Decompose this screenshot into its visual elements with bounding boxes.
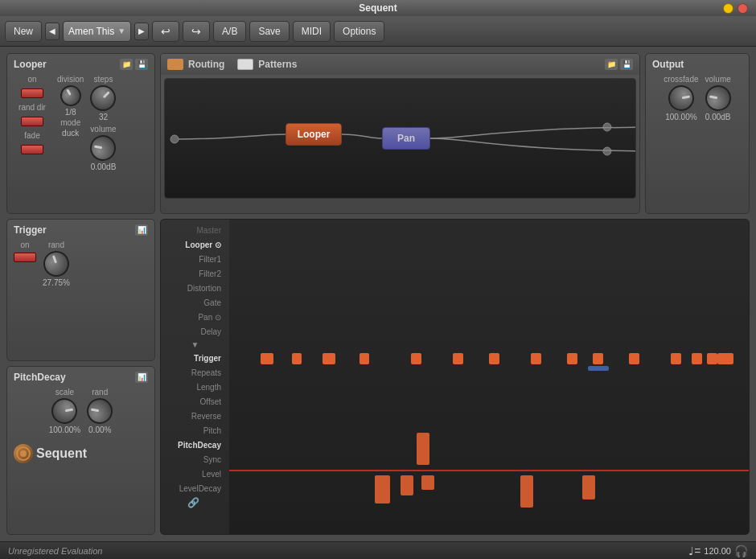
pitchdecay-rand-control: rand 0.00% [87, 388, 113, 434]
brand-name: Sequent [36, 446, 87, 461]
looper-on-button[interactable] [21, 88, 43, 98]
looper-panel: Looper 📁 💾 on rand dir fade [6, 53, 155, 214]
trigger-bar-13 [692, 353, 702, 364]
trigger-chart-icon[interactable]: 📊 [135, 224, 148, 236]
routing-tab[interactable]: Routing [167, 59, 224, 70]
trigger-bar-10 [593, 353, 603, 364]
routing-folder-icon[interactable]: 📁 [605, 59, 618, 70]
trigger-rand-knob[interactable] [39, 247, 72, 280]
seq-label-trigger[interactable]: Trigger [164, 351, 226, 365]
seq-label-repeats[interactable]: Repeats [164, 365, 226, 380]
seq-label-pan[interactable]: Pan ⊙ [164, 310, 226, 324]
minimize-button[interactable] [723, 3, 733, 14]
looper-save-icon[interactable]: 💾 [135, 59, 148, 70]
sequencer-panel: Master Looper ⊙ Filter1 Filter2 Distorti… [160, 219, 750, 535]
seq-label-offset[interactable]: Offset [164, 394, 226, 409]
pitchdecay-scale-label: scale [55, 388, 74, 397]
seq-label-looper[interactable]: Looper ⊙ [164, 237, 226, 252]
svg-rect-7 [229, 220, 749, 534]
looper-volume-label: volume [90, 125, 116, 134]
seq-label-pitchdecay[interactable]: PitchDecay [164, 438, 226, 452]
new-button[interactable]: New [5, 21, 42, 42]
ab-button[interactable]: A/B [213, 21, 246, 42]
options-button[interactable]: Options [334, 21, 384, 42]
crossfade-knob[interactable] [666, 83, 696, 113]
close-button[interactable] [738, 3, 748, 14]
pitch-line [229, 470, 749, 471]
bottom-row: Trigger 📊 on rand 27.75% [6, 219, 750, 535]
metronome-icon: ♩= [688, 545, 701, 557]
trigger-on-col: on [14, 240, 36, 262]
trigger-panel: Trigger 📊 on rand 27.75% [6, 219, 155, 361]
sequent-logo-icon [16, 446, 31, 461]
trigger-bar-2 [292, 353, 302, 364]
svg-point-0 [171, 135, 179, 143]
pan-routing-node[interactable]: Pan [382, 127, 430, 150]
bpm-value[interactable]: 120.00 [704, 546, 731, 556]
preset-name: Amen This [68, 26, 114, 37]
output-volume-value: 0.00dB [705, 113, 731, 121]
redo-button[interactable]: ↪ [183, 21, 210, 42]
division-knob[interactable] [56, 81, 85, 110]
pitchdecay-scale-value: 100.00% [49, 425, 80, 434]
seq-label-master: Master [164, 223, 226, 237]
trigger-bar-7 [489, 353, 499, 364]
looper-volume-control: volume 0.00dB [90, 125, 116, 171]
status-bar: Unregistered Evaluation ♩= 120.00 🎧 [0, 541, 756, 559]
trigger-bar-8 [531, 353, 541, 364]
prev-preset-button[interactable]: ◀ [45, 23, 60, 40]
looper-folder-icon[interactable]: 📁 [120, 59, 133, 70]
svg-point-4 [20, 450, 27, 457]
seq-label-leveldecay[interactable]: LevelDecay [164, 481, 226, 495]
trigger-bar-3 [323, 353, 335, 364]
pitchdecay-rand-knob[interactable] [85, 397, 115, 426]
looper-rand-dir-button[interactable] [21, 117, 43, 126]
seq-label-gate[interactable]: Gate [164, 295, 226, 310]
steps-value: 32 [99, 113, 108, 121]
seq-label-filter2[interactable]: Filter2 [164, 266, 226, 281]
seq-label-level[interactable]: Level [164, 467, 226, 481]
headphone-icon: 🎧 [734, 545, 748, 557]
seq-label-filter1[interactable]: Filter1 [164, 252, 226, 266]
trigger-on-button[interactable] [14, 253, 36, 262]
looper-header: Looper 📁 💾 [14, 59, 148, 70]
trigger-blue-bar [588, 366, 609, 371]
left-panels: Trigger 📊 on rand 27.75% [6, 219, 155, 535]
save-button[interactable]: Save [249, 21, 289, 42]
crossfade-control: crossfade 100.00% [664, 75, 698, 121]
patterns-tab[interactable]: Patterns [237, 59, 297, 70]
routing-save-icon[interactable]: 💾 [620, 59, 633, 70]
mode-value: duck [62, 129, 79, 138]
undo-button[interactable]: ↩ [152, 21, 179, 42]
seq-label-reverse[interactable]: Reverse [164, 409, 226, 423]
looper-fade-button[interactable] [21, 145, 43, 154]
sequencer-grid[interactable] [229, 220, 749, 534]
pitchdecay-chart-icon[interactable]: 📊 [135, 372, 148, 383]
pitchdecay-scale-knob[interactable] [50, 397, 80, 426]
seq-label-pitch[interactable]: Pitch [164, 423, 226, 438]
output-volume-control: volume 0.00dB [705, 75, 731, 121]
preset-dropdown[interactable]: Amen This ▼ [63, 21, 131, 42]
looper-volume-knob[interactable] [88, 133, 118, 162]
crossfade-label: crossfade [664, 75, 698, 84]
trigger-header: Trigger 📊 [14, 224, 148, 236]
toolbar: New ◀ Amen This ▼ ▶ ↩ ↪ A/B Save MIDI Op… [0, 16, 756, 47]
midi-button[interactable]: MIDI [293, 21, 331, 42]
steps-knob[interactable] [85, 80, 121, 116]
rand-dir-label: rand dir [18, 103, 46, 112]
seq-label-length[interactable]: Length [164, 380, 226, 394]
seq-label-delay[interactable]: Delay [164, 324, 226, 339]
seq-label-distortion[interactable]: Distortion [164, 281, 226, 295]
trigger-bar-15 [717, 353, 733, 364]
output-volume-knob[interactable] [703, 83, 733, 113]
patterns-label: Patterns [258, 59, 297, 70]
window-controls [723, 3, 748, 14]
output-panel: Output crossfade 100.00% volume 0.00dB [645, 53, 750, 214]
pitchdecay-header: PitchDecay 📊 [14, 372, 148, 383]
routing-tabs: Routing Patterns 📁 💾 [161, 54, 639, 75]
next-preset-button[interactable]: ▶ [134, 23, 149, 40]
seq-label-sync[interactable]: Sync [164, 452, 226, 467]
looper-routing-node[interactable]: Looper [286, 123, 342, 146]
seq-dropdown-arrow[interactable]: ▼ [164, 339, 226, 351]
trigger-rand-value: 27.75% [43, 278, 70, 287]
